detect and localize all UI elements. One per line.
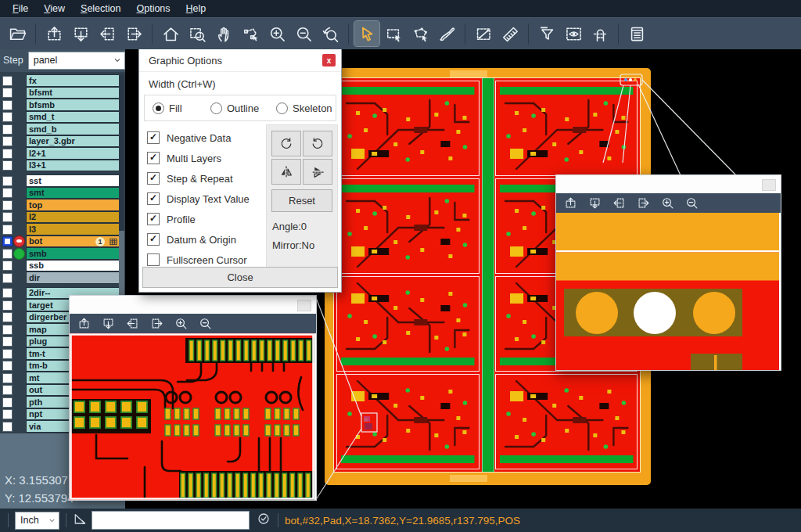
layer-checkbox[interactable] [2, 397, 13, 408]
unit-select[interactable]: Inch [15, 512, 59, 530]
layer-checkbox[interactable] [2, 300, 13, 311]
layer-row-smb[interactable]: smb [0, 247, 125, 260]
layer-row-top[interactable]: top [0, 199, 125, 211]
layer-checkbox[interactable] [2, 273, 13, 283]
layer-row-bot[interactable]: bot1 [0, 235, 125, 248]
menu-selection[interactable]: Selection [73, 2, 128, 16]
layer-row-l3+1[interactable]: l3+1 [0, 160, 125, 172]
layer-row-smd_t[interactable]: smd_t [0, 111, 125, 124]
board-cell[interactable] [495, 374, 638, 469]
tool-snap[interactable] [587, 21, 612, 46]
layer-checkbox[interactable] [2, 188, 13, 198]
menu-help[interactable]: Help [178, 2, 214, 16]
layer-checkbox[interactable] [2, 200, 13, 210]
layer-checkbox[interactable] [2, 373, 13, 383]
layer-checkbox[interactable] [2, 76, 13, 86]
layer-name[interactable]: smt [26, 187, 121, 200]
tool-zoom-previous[interactable] [318, 21, 343, 46]
tool-pan-up[interactable] [41, 21, 66, 46]
board-cell[interactable] [336, 81, 480, 176]
tool-select-pointer[interactable] [354, 21, 379, 46]
tool-select-poly[interactable] [408, 21, 433, 46]
layer-name[interactable]: l2+1 [26, 147, 121, 160]
layer-row-l2+1[interactable]: l2+1 [0, 147, 125, 160]
menu-file[interactable]: File [5, 2, 36, 16]
popup-tool-pan-right[interactable] [635, 196, 651, 211]
reset-button[interactable]: Reset [271, 189, 332, 212]
tool-open-folder[interactable] [5, 21, 30, 46]
check-step-repeat[interactable]: ✓Step & Repeat [147, 168, 250, 189]
layer-row-fx[interactable]: fx [0, 74, 125, 87]
rotate-cw-button[interactable] [271, 131, 301, 156]
layer-row-bfsmb[interactable]: bfsmb [0, 99, 125, 111]
layer-checkbox[interactable] [2, 288, 13, 298]
tool-pan-right[interactable] [121, 21, 146, 46]
layer-row-bfsmt[interactable]: bfsmt [0, 87, 125, 99]
snap-angle-icon[interactable] [73, 511, 88, 530]
layer-row-smd_b[interactable]: smd_b [0, 123, 125, 135]
radio-fill[interactable]: Fill [153, 102, 210, 114]
menu-view[interactable]: View [36, 2, 73, 16]
tool-brush[interactable] [434, 21, 459, 46]
tool-view-object[interactable] [238, 21, 263, 46]
layer-checkbox[interactable] [2, 88, 13, 98]
layer-checkbox[interactable] [2, 409, 13, 419]
popup-window-button[interactable] [762, 179, 776, 191]
layer-checkbox[interactable] [2, 225, 13, 235]
layer-row-ssb[interactable]: ssb [0, 260, 125, 272]
popup-zoom-view[interactable] [70, 333, 314, 500]
layer-checkbox[interactable] [2, 112, 13, 122]
grid-icon[interactable] [109, 237, 118, 248]
layer-checkbox[interactable] [2, 361, 13, 371]
step-select[interactable]: panel [28, 52, 125, 70]
mirror-h-button[interactable] [271, 159, 301, 185]
layer-name[interactable]: bfsmb [26, 99, 121, 111]
layer-checkbox[interactable] [2, 100, 13, 110]
popup-tool-pan-left[interactable] [611, 196, 627, 211]
board-cell[interactable] [495, 81, 638, 176]
popup-tool-zoom-in[interactable] [659, 196, 675, 211]
layer-name[interactable]: dir [26, 271, 121, 284]
layer-name[interactable]: l3 [26, 223, 121, 235]
check-datum-origin[interactable]: ✓Datum & Origin [147, 229, 250, 250]
tool-pan-left[interactable] [95, 21, 120, 46]
popup-title-bar[interactable] [556, 175, 781, 193]
tool-pan-down[interactable] [68, 21, 93, 46]
layer-checkbox[interactable] [2, 176, 13, 186]
popup-tool-pan-up[interactable] [562, 196, 578, 211]
layer-name[interactable]: sst [26, 174, 121, 187]
layer-row-l3[interactable]: l3 [0, 223, 125, 235]
layer-checkbox[interactable] [2, 385, 13, 395]
tool-ruler[interactable] [497, 21, 523, 46]
layer-checkbox[interactable] [2, 212, 13, 222]
layer-name[interactable]: smb [26, 247, 121, 260]
tool-view-options[interactable] [561, 21, 586, 46]
layer-checkbox[interactable] [2, 236, 13, 246]
close-button[interactable]: Close [142, 267, 338, 288]
popup-zoom-view[interactable] [556, 213, 779, 370]
check-negative-data[interactable]: ✓Negative Data [147, 128, 250, 148]
command-input[interactable] [92, 511, 250, 530]
layer-name[interactable]: smd_t [26, 111, 121, 124]
board-cell[interactable] [336, 374, 480, 469]
layer-active-indicator[interactable] [13, 248, 25, 260]
layer-name[interactable]: ssb [26, 260, 121, 272]
tool-filter[interactable] [534, 21, 559, 46]
layer-row-dir[interactable]: dir [0, 271, 125, 284]
layer-name[interactable]: bot1 [26, 235, 121, 248]
tool-layer-form[interactable] [624, 21, 649, 46]
board-cell[interactable] [336, 178, 480, 274]
layer-checkbox[interactable] [2, 160, 13, 171]
popup-tool-pan-up[interactable] [76, 316, 92, 332]
layer-checkbox[interactable] [2, 249, 13, 259]
layer-checkbox[interactable] [2, 422, 13, 432]
rotate-ccw-button[interactable] [303, 131, 332, 156]
radio-outline[interactable]: Outline [210, 102, 276, 114]
tool-pan-hand[interactable] [211, 21, 236, 46]
layer-name[interactable]: layer_3.gbr [26, 135, 121, 148]
menu-options[interactable]: Options [128, 2, 178, 16]
popup-tool-pan-right[interactable] [149, 316, 164, 332]
layer-row-l2[interactable]: l2 [0, 211, 125, 224]
layer-name[interactable]: top [26, 199, 121, 211]
layer-checkbox[interactable] [2, 325, 13, 335]
